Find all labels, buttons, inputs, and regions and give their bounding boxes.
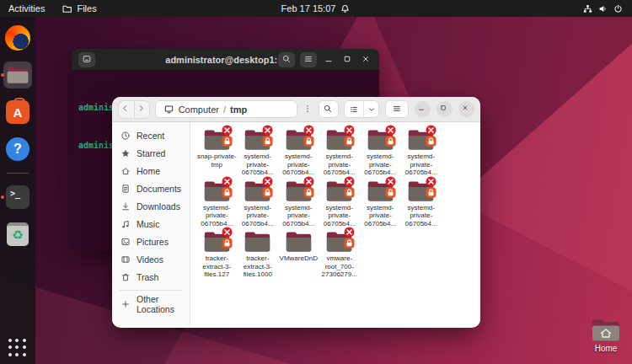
breadcrumb-separator: /: [223, 104, 226, 115]
files-app-icon: [62, 3, 72, 14]
folder-icon: [203, 128, 231, 152]
view-toggle[interactable]: [344, 100, 379, 118]
breadcrumb-root[interactable]: Computer: [179, 104, 219, 115]
search-button[interactable]: [319, 100, 339, 118]
file-name: systemd-private-06705b4...: [238, 204, 278, 228]
sidebar-item-documents[interactable]: Documents: [115, 179, 187, 197]
view-options-button[interactable]: [363, 101, 378, 117]
terminal-window-icon[interactable]: [78, 52, 95, 67]
file-item[interactable]: vmware-root_700-27306279...: [319, 230, 361, 279]
folder-icon: [244, 230, 271, 254]
tab-icon: [82, 54, 93, 65]
dock-item-terminal[interactable]: >_: [3, 184, 32, 211]
close-button[interactable]: [458, 101, 474, 117]
folder-icon: [244, 179, 271, 203]
file-item[interactable]: systemd-private-06705b4...: [319, 179, 361, 228]
lock-emblem-icon: [344, 187, 355, 198]
back-button[interactable]: [119, 101, 134, 118]
system-status-area[interactable]: [574, 0, 632, 17]
sidebar-item-other-locations[interactable]: Other Locations: [115, 295, 187, 313]
window-menu-button[interactable]: [385, 100, 409, 118]
folder-icon: [285, 179, 313, 203]
dock-item-firefox[interactable]: [3, 24, 32, 51]
plus-icon: [121, 299, 131, 309]
hamburger-menu-icon: [303, 54, 314, 65]
clock-button[interactable]: Feb 17 15:07: [273, 0, 360, 17]
activities-button[interactable]: Activities: [0, 0, 53, 17]
sidebar-item-trash[interactable]: Trash: [115, 268, 187, 286]
sidebar-item-videos[interactable]: Videos: [115, 250, 187, 268]
lock-emblem-icon: [426, 187, 437, 198]
terminal-search-button[interactable]: [278, 52, 295, 67]
path-menu-button[interactable]: [303, 101, 313, 118]
file-item[interactable]: VMwareDnD: [278, 230, 319, 279]
terminal-menu-button[interactable]: [300, 52, 317, 67]
folder-icon: [203, 230, 231, 254]
deleted-emblem-icon: [222, 176, 233, 187]
lock-emblem-icon: [303, 187, 314, 198]
file-item[interactable]: systemd-private-06705b4...: [360, 179, 401, 228]
terminal-close-button[interactable]: [359, 52, 372, 67]
sidebar-item-starred[interactable]: Starred: [115, 144, 187, 162]
dock-item-trash[interactable]: ♻: [3, 221, 32, 248]
file-item[interactable]: systemd-private-06705b4...: [238, 128, 279, 177]
path-bar[interactable]: Computer / tmp: [155, 100, 297, 118]
file-item[interactable]: systemd-private-06705b4...: [319, 128, 361, 177]
file-item[interactable]: systemd-private-06705b4...: [278, 179, 319, 228]
lock-emblem-icon: [222, 238, 233, 249]
file-item[interactable]: snap-private-tmp: [196, 128, 238, 177]
ubuntu-software-icon: A: [6, 100, 29, 124]
network-icon: [582, 3, 593, 14]
ellipsis-icon: [303, 104, 313, 115]
dock-item-ubuntu-software[interactable]: A: [3, 99, 32, 126]
forward-button[interactable]: [134, 101, 149, 118]
sidebar-item-label: Recent: [137, 131, 164, 141]
folder-icon: [285, 230, 313, 254]
file-item[interactable]: systemd-private-06705b4...: [278, 128, 319, 177]
sidebar-item-icon: [121, 184, 131, 194]
power-icon: [613, 3, 624, 14]
folder-icon: [367, 179, 394, 203]
file-name: systemd-private-06705b4...: [401, 204, 442, 228]
file-item[interactable]: systemd-private-06705b4...: [196, 179, 238, 228]
sidebar-item-label: Pictures: [137, 237, 169, 247]
desktop-icon-home[interactable]: Home: [587, 318, 624, 353]
terminal-titlebar[interactable]: administrator@desktop1: ~: [72, 49, 379, 71]
show-applications-button[interactable]: [8, 339, 27, 357]
file-item[interactable]: systemd-private-06705b4...: [238, 179, 279, 228]
deleted-emblem-icon: [385, 125, 396, 136]
files-headerbar[interactable]: Computer / tmp: [112, 97, 480, 122]
maximize-button[interactable]: [437, 101, 453, 117]
sidebar-item-pictures[interactable]: Pictures: [115, 233, 187, 250]
file-item[interactable]: systemd-private-06705b4...: [401, 128, 442, 177]
deleted-emblem-icon: [262, 176, 273, 187]
minimize-button[interactable]: [415, 101, 431, 117]
file-item[interactable]: tracker-extract-3-files.127: [196, 230, 238, 279]
file-name: tracker-extract-3-files.1000: [238, 254, 278, 279]
files-window: Computer / tmp Recent: [112, 97, 480, 328]
files-grid[interactable]: snap-private-tmp systemd-private-06705b4…: [190, 122, 480, 327]
file-item[interactable]: systemd-private-06705b4...: [401, 179, 442, 228]
deleted-emblem-icon: [222, 125, 233, 136]
deleted-emblem-icon: [303, 125, 314, 136]
lock-emblem-icon: [303, 136, 314, 147]
sidebar-item-downloads[interactable]: Downloads: [115, 197, 187, 215]
sidebar-item-home[interactable]: Home: [115, 162, 187, 179]
sidebar-item-icon: [121, 272, 131, 282]
file-item[interactable]: tracker-extract-3-files.1000: [238, 230, 279, 279]
dock-item-help[interactable]: ?: [3, 136, 32, 163]
lock-emblem-icon: [426, 136, 437, 147]
terminal-maximize-button[interactable]: [340, 52, 354, 67]
file-item[interactable]: systemd-private-06705b4...: [360, 128, 401, 177]
file-name: systemd-private-06705b4...: [360, 153, 400, 177]
folder-icon: [325, 128, 353, 152]
app-menu-button[interactable]: Files: [53, 0, 104, 17]
terminal-minimize-button[interactable]: [322, 52, 335, 67]
sidebar-item-recent[interactable]: Recent: [115, 126, 187, 144]
breadcrumb-current[interactable]: tmp: [230, 104, 247, 115]
lock-emblem-icon: [344, 136, 355, 147]
dock-item-files[interactable]: [3, 62, 32, 88]
list-view-button[interactable]: [345, 101, 363, 117]
sidebar-item-music[interactable]: Music: [115, 215, 187, 233]
deleted-emblem-icon: [344, 125, 355, 136]
